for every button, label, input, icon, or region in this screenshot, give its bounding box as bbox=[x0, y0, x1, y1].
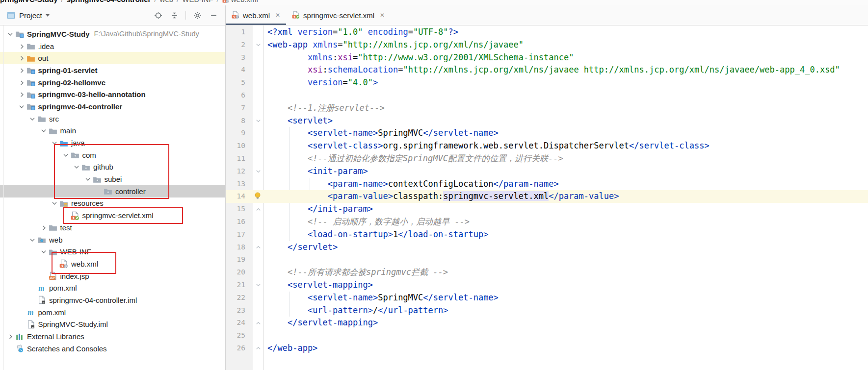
tree-item-web-xml[interactable]: web.xml bbox=[0, 258, 225, 270]
editor-tab-springmvc-servlet-xml[interactable]: springmvc-servlet.xml✕ bbox=[286, 5, 391, 25]
close-icon[interactable]: ✕ bbox=[380, 12, 385, 19]
fold-down-icon[interactable] bbox=[253, 39, 263, 51]
tree-item-pom-xml[interactable]: mpom.xml bbox=[0, 306, 225, 319]
settings-icon[interactable] bbox=[192, 10, 202, 20]
tree-item-springmvc-servlet-xml[interactable]: springmvc-servlet.xml bbox=[0, 209, 225, 222]
tree-item-test[interactable]: test bbox=[0, 222, 225, 234]
code-line[interactable]: </init-param> bbox=[264, 203, 868, 216]
tree-item-springmvc-03-hello-annotation[interactable]: springmvc-03-hello-annotation bbox=[0, 88, 225, 100]
code-token: </load-on-startup> bbox=[398, 229, 488, 239]
editor-tab-web-xml[interactable]: web.xml✕ bbox=[226, 5, 286, 25]
chevron-down-icon[interactable] bbox=[50, 199, 59, 208]
tree-item-java[interactable]: java bbox=[0, 137, 225, 149]
code-line[interactable]: <load-on-startup>1</load-on-startup> bbox=[264, 228, 868, 241]
code-line[interactable]: </servlet> bbox=[264, 241, 868, 254]
tree-item-springmvc-04-controller-iml[interactable]: springmvc-04-controller.iml bbox=[0, 294, 225, 306]
chevron-down-icon[interactable] bbox=[61, 150, 71, 159]
chevron-right-icon[interactable] bbox=[17, 78, 26, 87]
code-line[interactable]: <url-pattern>/</url-pattern> bbox=[264, 304, 868, 317]
code-line[interactable]: </web-app> bbox=[264, 342, 868, 355]
code-line[interactable]: <!--通过初始化参数指定SpringMVC配置文件的位置，进行关联--> bbox=[264, 152, 868, 165]
chevron-down-icon[interactable] bbox=[28, 114, 37, 123]
chevron-down-icon[interactable] bbox=[17, 102, 26, 111]
tree-item-out[interactable]: out bbox=[0, 52, 225, 64]
divider bbox=[185, 11, 186, 20]
tree-item-springmvc-study[interactable]: SpringMVC-StudyF:\Java\Github\SpringMVC-… bbox=[0, 28, 225, 40]
code-editor[interactable]: <?xml version="1.0" encoding="UTF-8"?><w… bbox=[264, 26, 868, 355]
code-line[interactable]: xsi:schemaLocation="http://xmlns.jcp.org… bbox=[264, 64, 868, 76]
tree-item-controller[interactable]: controller bbox=[0, 185, 225, 197]
project-panel-title[interactable]: Project bbox=[19, 11, 42, 20]
code-line[interactable]: </servlet-mapping> bbox=[264, 317, 868, 329]
code-line[interactable]: <servlet-name>SpringMVC</servlet-name> bbox=[264, 127, 868, 140]
line-number: 18 bbox=[226, 241, 253, 254]
locate-icon[interactable] bbox=[153, 10, 163, 20]
code-line[interactable]: <servlet> bbox=[264, 115, 868, 127]
code-line[interactable]: <!-- 启动顺序，数字越小，启动越早 --> bbox=[264, 216, 868, 228]
tree-item-com[interactable]: com bbox=[0, 149, 225, 161]
chevron-right-icon[interactable] bbox=[39, 223, 49, 232]
fold-up-icon[interactable] bbox=[253, 317, 263, 329]
tree-item-index-jsp[interactable]: JSPindex.jsp bbox=[0, 270, 225, 282]
tree-item-main[interactable]: main bbox=[0, 125, 225, 137]
close-icon[interactable]: ✕ bbox=[275, 12, 280, 19]
tree-item-resources[interactable]: resources bbox=[0, 197, 225, 210]
code-line[interactable]: xmlns:xsi="http://www.w3.org/2001/XMLSch… bbox=[264, 51, 868, 64]
tree-item-github[interactable]: github bbox=[0, 161, 225, 173]
fold-up-icon[interactable] bbox=[253, 241, 263, 254]
chevron-down-icon[interactable] bbox=[46, 14, 50, 17]
breadcrumb-item[interactable]: SpringMVC-Study bbox=[0, 0, 58, 3]
breadcrumb-item[interactable]: web.xml bbox=[222, 0, 258, 3]
code-line[interactable]: version="4.0"> bbox=[264, 76, 868, 89]
code-line[interactable]: <!--所有请求都会被springmvc拦截 --> bbox=[264, 266, 868, 279]
code-line[interactable]: <servlet-class>org.springframework.web.s… bbox=[264, 140, 868, 152]
code-line[interactable]: <param-name>contextConfigLocation</param… bbox=[264, 178, 868, 191]
chevron-right-icon[interactable] bbox=[17, 54, 26, 63]
tree-item-spring-02-hellomvc[interactable]: spring-02-hellomvc bbox=[0, 76, 225, 89]
intention-bulb-icon[interactable] bbox=[254, 192, 263, 201]
tree-item-spring-01-servlet[interactable]: spring-01-servlet bbox=[0, 64, 225, 76]
code-line[interactable] bbox=[264, 329, 868, 342]
chevron-right-icon[interactable] bbox=[6, 332, 15, 341]
chevron-right-icon[interactable] bbox=[17, 66, 26, 74]
tree-item-scratches-and-consoles[interactable]: Scratches and Consoles bbox=[0, 343, 225, 355]
fold-up-icon[interactable] bbox=[253, 203, 263, 216]
code-line[interactable]: <web-app xmlns="http://xmlns.jcp.org/xml… bbox=[264, 39, 868, 51]
tree-item-web-inf[interactable]: WEB-INF bbox=[0, 246, 225, 258]
tree-item-pom-xml[interactable]: mpom.xml bbox=[0, 282, 225, 294]
fold-down-icon[interactable] bbox=[253, 165, 263, 178]
code-line[interactable] bbox=[264, 253, 868, 266]
breadcrumb-item[interactable]: web bbox=[160, 0, 174, 3]
chevron-right-icon[interactable] bbox=[17, 90, 26, 99]
chevron-down-icon[interactable] bbox=[39, 126, 49, 135]
chevron-down-icon[interactable] bbox=[50, 139, 59, 148]
chevron-right-icon[interactable] bbox=[17, 42, 26, 50]
code-line[interactable]: <servlet-name>SpringMVC</servlet-name> bbox=[264, 292, 868, 304]
hide-panel-icon[interactable] bbox=[209, 10, 218, 20]
collapse-all-icon[interactable] bbox=[169, 10, 179, 20]
tree-item-springmvc-04-controller[interactable]: springmvc-04-controller bbox=[0, 100, 225, 113]
fold-down-icon[interactable] bbox=[253, 279, 263, 292]
code-line[interactable]: <!--1.注册servlet--> bbox=[264, 102, 868, 115]
fold-up-icon[interactable] bbox=[253, 342, 263, 355]
code-line[interactable]: <servlet-mapping> bbox=[264, 279, 868, 292]
tree-item-external-libraries[interactable]: External Libraries bbox=[0, 330, 225, 343]
fold-marker-column[interactable] bbox=[253, 26, 263, 355]
code-line[interactable]: <?xml version="1.0" encoding="UTF-8"?> bbox=[264, 26, 868, 39]
tree-item-springmvc-study-iml[interactable]: SpringMVC-Study.iml bbox=[0, 319, 225, 331]
code-line[interactable]: <param-value>classpath:springmvc-servlet… bbox=[264, 190, 868, 203]
code-line[interactable]: <init-param> bbox=[264, 165, 868, 178]
fold-down-icon[interactable] bbox=[253, 115, 263, 127]
code-line[interactable] bbox=[264, 89, 868, 102]
tree-item-subei[interactable]: subei bbox=[0, 173, 225, 185]
chevron-down-icon[interactable] bbox=[6, 29, 15, 38]
chevron-down-icon[interactable] bbox=[83, 175, 93, 184]
tree-item--idea[interactable]: .idea bbox=[0, 40, 225, 52]
breadcrumb-item[interactable]: WEB-INF bbox=[182, 0, 213, 3]
breadcrumb-item[interactable]: springmvc-04-controller bbox=[67, 0, 151, 3]
chevron-down-icon[interactable] bbox=[39, 247, 49, 256]
chevron-down-icon[interactable] bbox=[28, 235, 37, 244]
chevron-down-icon[interactable] bbox=[72, 163, 81, 172]
tree-item-src[interactable]: src bbox=[0, 113, 225, 125]
tree-item-web[interactable]: web bbox=[0, 234, 225, 246]
